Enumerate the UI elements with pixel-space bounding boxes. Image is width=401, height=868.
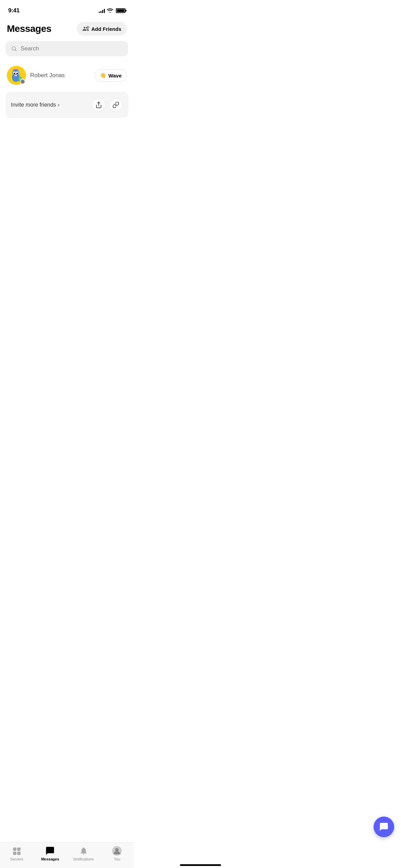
link-icon [112,101,119,108]
search-icon [11,46,17,52]
search-bar [5,41,128,56]
add-friends-button[interactable]: Add Friends [77,22,127,36]
battery-icon [116,8,125,13]
header: Messages Add Friends [0,16,134,40]
invite-link-button[interactable] [109,98,123,112]
search-container [0,40,134,62]
online-indicator [20,79,25,84]
share-icon [95,101,102,108]
signal-icon [99,8,105,13]
invite-text: Invite more friends › [11,102,59,108]
add-friend-icon [82,25,89,32]
svg-point-10 [16,73,17,73]
svg-rect-11 [14,75,16,76]
status-bar: 9:41 [0,0,134,16]
wave-label: Wave [108,73,122,79]
add-friends-label: Add Friends [91,26,121,32]
invite-section[interactable]: Invite more friends › [5,92,128,118]
wave-button[interactable]: 👋 Wave [95,69,127,82]
friend-list-item: Robert Jonas 👋 Wave [0,62,134,89]
status-time: 9:41 [8,7,20,14]
wifi-icon [107,8,113,14]
svg-rect-12 [16,75,17,76]
search-input[interactable] [21,45,123,52]
page-title: Messages [7,23,51,34]
status-icons [99,8,125,14]
wave-emoji: 👋 [100,72,106,79]
svg-point-9 [14,73,14,73]
friend-name: Robert Jonas [30,72,65,79]
invite-share-button[interactable] [92,98,106,112]
